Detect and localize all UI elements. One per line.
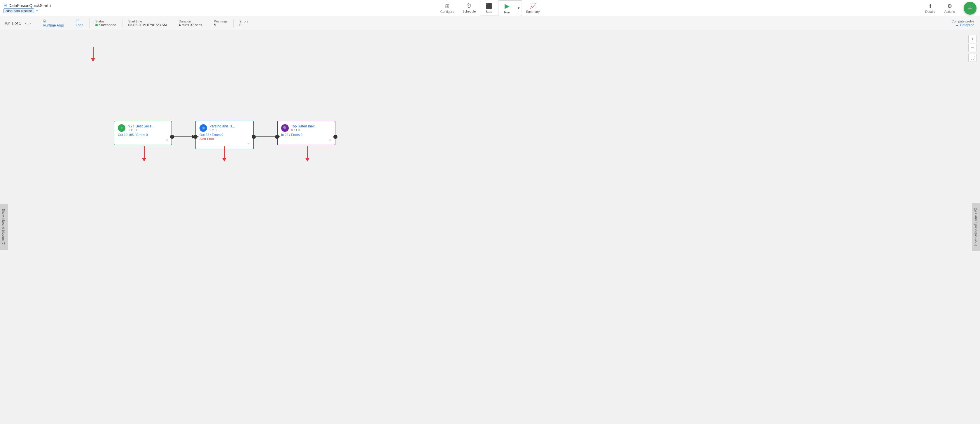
logs-icon-wrap: 📄 — [76, 19, 80, 23]
transform-node-menu-icon[interactable]: ≡ — [199, 142, 250, 146]
outbound-triggers-panel[interactable]: Show outbound triggers (0) — [972, 203, 980, 251]
warnings-value: 5 — [214, 23, 228, 27]
source-icon-symbol: ≡ — [121, 126, 123, 130]
transform-node-header: ⊞ Parsing and Tr... 3.2.3 — [199, 124, 250, 132]
run-label: Run — [504, 11, 510, 14]
start-time-label: Start time — [128, 19, 167, 23]
schedule-label: Schedule — [462, 10, 476, 13]
run-group: ▶ Run ▾ — [498, 0, 522, 16]
compute-profile-section: Compute profile ☁ Dataproc — [951, 19, 977, 27]
transform-node-stats: Out 22 / Errors 0 — [199, 133, 250, 137]
details-icon: ℹ — [929, 3, 931, 10]
warnings-label: Warnings — [214, 19, 228, 23]
warnings-section: Warnings 5 — [208, 19, 234, 27]
brand-bar-icon: ⊟ — [3, 3, 7, 8]
schedule-button[interactable]: ⏱ Schedule — [458, 1, 480, 15]
status-label: Status — [95, 19, 116, 23]
sink-node[interactable]: 🔍 Top Rated Inex... 0.11.3 In 22 / Error… — [277, 121, 336, 145]
zoom-out-button[interactable]: − — [968, 44, 977, 52]
source-node-icon: ≡ — [118, 124, 126, 132]
run-button[interactable]: ▶ Run — [498, 1, 515, 16]
zoom-in-button[interactable]: + — [968, 35, 977, 43]
status-dot — [95, 24, 98, 26]
errors-section: Errors 0 — [234, 19, 257, 27]
sink-node-stats: In 22 / Errors 0 — [281, 133, 331, 137]
source-node-version: 0.11.3 — [128, 128, 168, 132]
schedule-icon: ⏱ — [466, 3, 472, 9]
zoom-fullscreen-button[interactable]: ⛶ — [968, 54, 977, 62]
compute-profile-name: Dataproc — [960, 23, 974, 27]
stop-label: Stop — [485, 10, 492, 13]
source-node-name: NYT Best Selle... — [128, 124, 168, 128]
logs-label: Logs — [76, 23, 83, 27]
summary-button[interactable]: 📈 Summary — [522, 1, 544, 15]
transform-node-name: Parsing and Tr... — [209, 124, 250, 128]
errors-value: 0 — [239, 23, 251, 27]
info-icon[interactable]: ℹ — [49, 3, 51, 8]
transform-node-version: 3.2.3 — [209, 128, 250, 132]
zoom-controls: + − ⛶ — [968, 35, 977, 62]
details-label: Details — [925, 10, 935, 13]
run-dropdown-button[interactable]: ▾ — [515, 1, 522, 16]
configure-button[interactable]: ⊞ Configure — [436, 1, 458, 15]
sink-icon-symbol: 🔍 — [283, 126, 287, 130]
transform-input-dot — [193, 135, 197, 139]
sink-title-wrap: Top Rated Inex... 0.11.3 — [291, 124, 331, 132]
duration-value: 4 mins 37 secs — [179, 23, 202, 27]
summary-icon: 📈 — [530, 3, 536, 10]
sink-input-dot — [275, 135, 279, 139]
configure-label: Configure — [441, 10, 454, 13]
brand-section: ⊟ DataFusionQuickStart ℹ cdap-data-pipel… — [3, 3, 51, 13]
start-time-value: 03-02-2019 07:01:23 AM — [128, 23, 167, 27]
pipeline-canvas-wrap: Show inbound triggers (0) Show outbound … — [0, 30, 980, 424]
brand-subtitle: cdap-data-pipeline + — [3, 8, 51, 13]
run-icon: ▶ — [504, 2, 509, 10]
duration-section: Duration 4 mins 37 secs — [173, 19, 208, 27]
sink-node-name: Top Rated Inex... — [291, 124, 331, 128]
source-output-dot — [170, 135, 174, 139]
add-tab-button[interactable]: + — [35, 8, 39, 13]
inbound-triggers-label: Show inbound triggers (0) — [2, 209, 5, 246]
source-node-menu-icon[interactable]: ≡ — [118, 138, 168, 142]
compute-profile-label: Compute profile — [951, 19, 974, 23]
transform-node-icon: ⊞ — [199, 124, 207, 132]
brand-title: ⊟ DataFusionQuickStart ℹ — [3, 3, 51, 8]
transform-node[interactable]: ⊞ Parsing and Tr... 3.2.3 Out 22 / Error… — [196, 121, 254, 149]
toolbar: ⊟ DataFusionQuickStart ℹ cdap-data-pipel… — [0, 0, 980, 16]
source-title-wrap: NYT Best Selle... 0.11.3 — [128, 124, 168, 132]
toolbar-right: ℹ Details ⚙ Actions + — [921, 1, 977, 15]
configure-icon: ⊞ — [445, 3, 449, 10]
fullscreen-icon: ⛶ — [970, 56, 974, 60]
actions-icon: ⚙ — [947, 3, 952, 10]
sink-annotation-arrow — [305, 146, 309, 162]
transform-title-wrap: Parsing and Tr... 3.2.3 — [209, 124, 250, 132]
runtime-args-button[interactable]: Ⓜ Runtime Args — [37, 18, 70, 29]
sink-node-menu-icon[interactable]: ≡ — [281, 138, 331, 142]
inbound-triggers-panel[interactable]: Show inbound triggers (0) — [0, 204, 8, 250]
zoom-out-icon: − — [971, 45, 974, 51]
stop-button-wrap: ⬛ Stop — [480, 1, 498, 16]
errors-label: Errors — [239, 19, 251, 23]
run-prev-button[interactable]: ‹ — [24, 20, 28, 27]
fab-button[interactable]: + — [964, 2, 977, 14]
details-button[interactable]: ℹ Details — [921, 1, 939, 15]
source-node[interactable]: ≡ NYT Best Selle... 0.11.3 Out 10,195 / … — [114, 121, 172, 145]
runtime-args-icon-wrap: Ⓜ — [43, 19, 46, 23]
transform-node-alert: Alert Error — [199, 137, 250, 141]
runtime-args-label: Runtime Args — [43, 23, 64, 27]
duration-label: Duration — [179, 19, 202, 23]
transform-output-dot — [252, 135, 256, 139]
logs-button[interactable]: 📄 Logs — [70, 18, 89, 28]
run-label: Run 1 of 1 — [3, 21, 21, 25]
sink-node-icon: 🔍 — [281, 124, 289, 132]
run-navigation: Run 1 of 1 ‹ › — [3, 20, 32, 27]
pipeline-tab[interactable]: cdap-data-pipeline — [3, 8, 34, 13]
run-next-button[interactable]: › — [28, 20, 32, 27]
stop-button[interactable]: ⬛ Stop — [480, 1, 498, 15]
source-node-header: ≡ NYT Best Selle... 0.11.3 — [118, 124, 168, 132]
status-value: Succeeded — [95, 23, 116, 27]
connections-svg — [0, 30, 980, 424]
status-annotation-arrow — [91, 47, 95, 62]
actions-button[interactable]: ⚙ Actions — [940, 1, 959, 15]
run-bar: Run 1 of 1 ‹ › Ⓜ Runtime Args 📄 Logs Sta… — [0, 16, 980, 30]
